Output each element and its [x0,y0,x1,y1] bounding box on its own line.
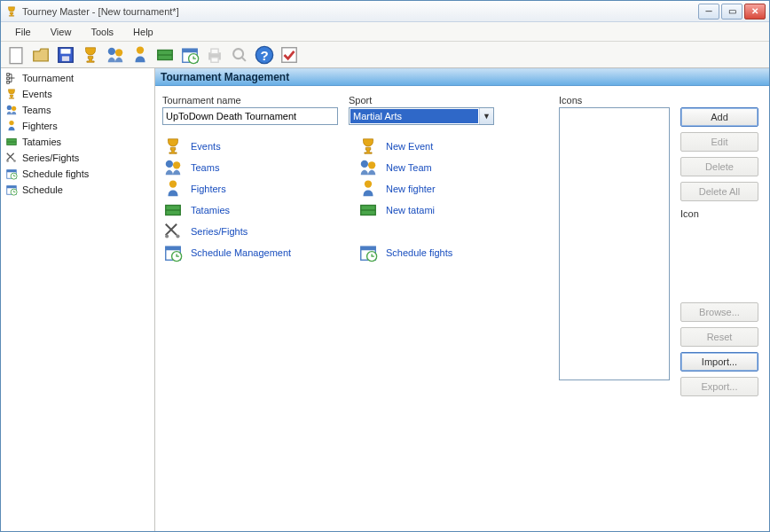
tatami-icon [162,200,184,221]
sidebar-item-label: Teams [22,105,51,115]
link-teams[interactable]: Teams [162,157,331,178]
edit-button[interactable]: Edit [680,132,758,152]
sport-combobox[interactable]: Martial Arts ▼ [349,107,494,125]
open-button[interactable] [29,43,52,66]
link-new-fighter[interactable]: New fighter [358,178,452,200]
link-new-event[interactable]: New Event [358,136,452,157]
browse-button[interactable]: Browse... [680,302,758,322]
close-button[interactable]: ✕ [744,4,766,20]
sidebar-item-schedule-fights[interactable]: Schedule fights [1,166,154,182]
sidebar-item-fighters[interactable]: Fighters [1,118,154,134]
sidebar-item-tatamies[interactable]: Tatamies [1,134,154,150]
sidebar-item-teams[interactable]: Teams [1,102,154,118]
add-button[interactable]: Add [680,107,758,127]
link-schedule-fights[interactable]: Schedule fights [358,242,452,263]
schedule-icon [4,183,19,197]
teams-button[interactable] [104,43,127,66]
teams-icon [4,103,19,117]
icons-listbox[interactable] [559,107,670,380]
title-bar: Tourney Master - [New tournament*] ─ ▭ ✕ [1,1,769,22]
sidebar-item-label: Events [22,89,52,99]
fighter-button[interactable] [129,43,152,66]
swords-icon [162,221,184,242]
link-new-tatami[interactable]: New tatami [358,200,452,221]
sidebar-item-label: Fighters [22,121,58,131]
link-label: Schedule Management [191,247,291,258]
sidebar-item-label: Schedule fights [22,168,89,179]
link-schedule-management[interactable]: Schedule Management [162,242,331,263]
link-label: Schedule fights [386,247,452,258]
link-label: New tatami [386,205,435,215]
icon-label: Icon [680,208,758,219]
link-label: Fighters [191,184,226,194]
fighter-icon [358,178,379,200]
schedule-icon [4,167,19,181]
schedule-button[interactable] [178,43,201,66]
teams-icon [162,157,184,178]
sidebar-item-events[interactable]: Events [1,86,154,102]
link-label: Tatamies [191,205,230,215]
maximize-button[interactable]: ▭ [721,4,742,20]
save-button[interactable] [54,43,77,66]
link-new-team[interactable]: New Team [358,157,452,178]
tournament-icon [4,71,19,85]
reset-button[interactable]: Reset [680,327,758,347]
section-header: Tournament Management [155,68,769,86]
schedule-icon [358,242,379,263]
menu-tools[interactable]: Tools [83,25,121,39]
tatami-button[interactable] [153,43,177,66]
help-button[interactable] [253,43,276,66]
link-fighters[interactable]: Fighters [162,178,331,200]
print-button[interactable] [203,43,226,66]
menu-file[interactable]: File [8,25,38,39]
tatami-icon [358,200,379,221]
trophy-icon [358,136,379,157]
import-button[interactable]: Import... [680,352,758,372]
export-button[interactable]: Export... [680,377,758,396]
sidebar-item-tournament[interactable]: Tournament [1,70,154,86]
sidebar-item-series-fights[interactable]: Series/Fights [1,150,154,166]
search-button[interactable] [228,43,251,66]
fighter-icon [4,119,19,133]
trophy-icon [162,136,184,157]
minimize-button[interactable]: ─ [698,4,719,20]
fighter-icon [162,178,184,200]
link-label: New Event [386,141,433,152]
schedule-icon [162,242,184,263]
swords-icon [4,151,19,165]
tatami-icon [4,135,19,149]
icons-label: Icons [559,95,769,106]
link-label: Events [191,141,221,152]
menu-bar: File View Tools Help [1,22,769,42]
link-label: Teams [191,162,219,173]
link-tatamies[interactable]: Tatamies [162,200,331,221]
chevron-down-icon[interactable]: ▼ [479,108,493,124]
link-events[interactable]: Events [162,136,331,157]
new-button[interactable] [4,43,28,66]
sidebar-item-label: Series/Fights [22,153,79,163]
window-title: Tourney Master - [New tournament*] [22,6,698,17]
name-label: Tournament name [162,95,338,106]
menu-help[interactable]: Help [126,25,161,39]
link-label: New fighter [386,184,436,194]
link-label: Series/Fights [191,226,248,237]
trophy-icon [4,87,19,101]
delete-button[interactable]: Delete [680,157,758,176]
sidebar: TournamentEventsTeamsFightersTatamiesSer… [1,68,155,531]
check-button[interactable] [278,43,301,66]
trophy-button[interactable] [79,43,102,66]
delete-all-button[interactable]: Delete All [680,182,758,201]
sidebar-item-label: Schedule [22,184,63,195]
link-series-fights[interactable]: Series/Fights [162,221,331,242]
tournament-name-input[interactable] [162,107,338,125]
sport-selected: Martial Arts [350,109,478,123]
toolbar [1,42,769,68]
teams-icon [358,157,379,178]
app-icon [4,4,19,19]
sidebar-item-label: Tournament [22,73,74,83]
link-label: New Team [386,162,432,173]
sidebar-item-schedule[interactable]: Schedule [1,182,154,198]
sidebar-item-label: Tatamies [22,137,61,147]
menu-view[interactable]: View [43,25,79,39]
sport-label: Sport [349,95,494,106]
